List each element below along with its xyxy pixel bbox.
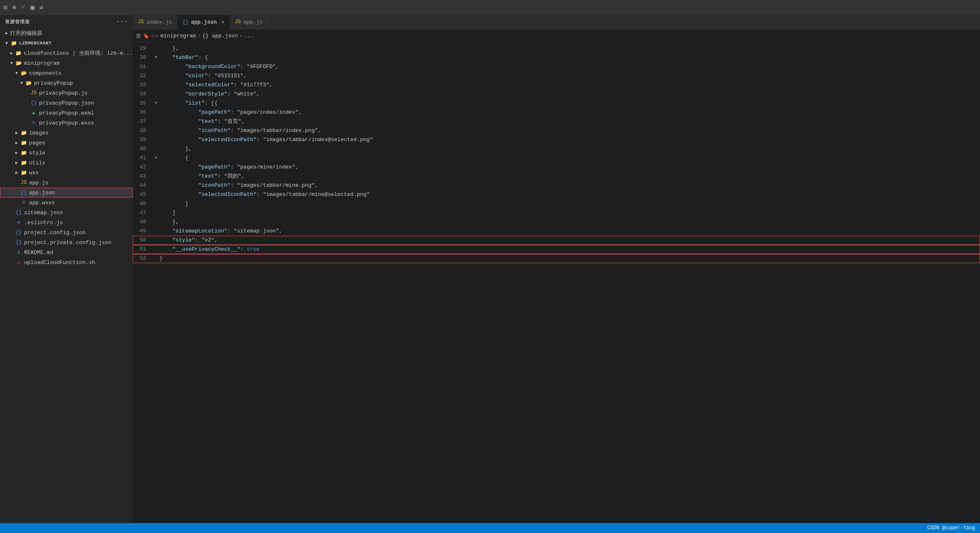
line-content-42: "pagePath": "pages/mine/index", — [159, 163, 980, 172]
label-app.js: app.js — [29, 180, 49, 186]
line-collapse-35[interactable]: ▼ — [153, 99, 159, 108]
line-number-45: 45 — [133, 190, 153, 199]
code-line-36: 36 "pagePath": "pages/index/index", — [133, 108, 980, 117]
arrow-utils: ▶ — [13, 160, 20, 165]
line-number-48: 48 — [133, 218, 153, 227]
line-content-36: "pagePath": "pages/index/index", — [159, 108, 980, 117]
sidebar-item-project.private.config.json[interactable]: {}project.private.config.json — [0, 237, 133, 247]
file-icon-utils: 📁 — [20, 160, 27, 166]
breadcrumb-forward-icon[interactable]: ▷ — [156, 33, 158, 39]
code-line-37: 37 "text": "首页", — [133, 117, 980, 126]
sidebar-item-app.json[interactable]: {}app.json — [0, 188, 133, 198]
line-number-33: 33 — [133, 81, 153, 90]
sidebar-item-.eslintrc.js[interactable]: ●.eslintrc.js — [0, 218, 133, 227]
toolbar-icon-explorer[interactable]: ⊞ — [3, 3, 7, 12]
tab-close-app-json[interactable]: × — [221, 19, 224, 26]
file-icon-wxs: 📁 — [20, 170, 27, 176]
line-number-34: 34 — [133, 90, 153, 99]
label-wxs: wxs — [29, 170, 39, 176]
label-app.wxss: app.wxss — [29, 200, 55, 206]
sidebar-item-wxs[interactable]: ▶📁wxs — [0, 168, 133, 178]
tab-label-app-js: app.js — [243, 19, 263, 25]
sidebar-item-project.config.json[interactable]: {}project.config.json — [0, 227, 133, 237]
sidebar-item-miniprogram[interactable]: ▼📂miniprogram — [0, 58, 133, 68]
code-line-51: 51 "__usePrivacyCheck__": true — [133, 245, 980, 254]
sidebar-more-icon[interactable]: ··· — [116, 18, 128, 25]
line-number-40: 40 — [133, 144, 153, 154]
tab-app-js[interactable]: JS app.js — [230, 15, 271, 29]
breadcrumb-more[interactable]: ... — [244, 33, 254, 39]
breadcrumb-bookmark-icon[interactable]: 🔖 — [143, 33, 149, 39]
sidebar-title: 资源管理器 — [5, 19, 29, 25]
line-number-41: 41 — [133, 154, 153, 163]
label-app.json: app.json — [29, 190, 55, 196]
line-content-33: "selectedColor": "#1c77f3", — [159, 81, 980, 90]
sidebar-item-privacyPopup.wxss[interactable]: ≡privacyPopup.wxss — [0, 118, 133, 128]
toolbar-icon-remote[interactable]: ⇄ — [39, 3, 44, 12]
sidebar-item-privacyPopup.wxml[interactable]: ◈privacyPopup.wxml — [0, 108, 133, 118]
line-content-43: "text": "我的", — [159, 172, 980, 181]
sidebar-item-images[interactable]: ▶📁images — [0, 128, 133, 138]
editor-area: JS index.js {} app.json × JS app.js ☰ 🔖 … — [133, 15, 980, 523]
file-icon-README.md: ℹ — [15, 249, 22, 256]
sidebar-item-style[interactable]: ▶📁style — [0, 148, 133, 158]
status-right-text: CSDN @super-Yang — [927, 525, 975, 531]
sidebar-item-app.js[interactable]: JSapp.js — [0, 178, 133, 188]
sidebar-root-folder[interactable]: ▼ 📁 LZBMERCHANT — [0, 38, 133, 48]
label-project.config.json: project.config.json — [24, 230, 85, 236]
code-editor[interactable]: 29 },30▼ "tabBar": {31 "backgroundColor"… — [133, 42, 980, 523]
tab-label-app-json: app.json — [191, 19, 217, 25]
label-project.private.config.json: project.private.config.json — [24, 240, 112, 246]
tab-app-json[interactable]: {} app.json × — [178, 15, 230, 29]
toolbar-icon-git[interactable]: ⑂ — [21, 4, 25, 11]
sidebar-item-sitemap.json[interactable]: {}sitemap.json — [0, 208, 133, 218]
breadcrumb-collapse-icon[interactable]: ☰ — [136, 33, 141, 39]
code-line-43: 43 "text": "我的", — [133, 172, 980, 181]
sidebar-item-app.wxss[interactable]: ≡app.wxss — [0, 198, 133, 208]
label-privacyPopup.wxml: privacyPopup.wxml — [39, 110, 94, 116]
line-content-39: "selectedIconPath": "images/tabbar/index… — [159, 135, 980, 144]
sidebar-item-privacyPopup.js[interactable]: JSprivacyPopup.js — [0, 88, 133, 98]
code-line-33: 33 "selectedColor": "#1c77f3", — [133, 81, 980, 90]
line-collapse-30[interactable]: ▼ — [153, 53, 159, 62]
sidebar-item-cloudfunctions[interactable]: ▶📁cloudfunctions | 当前环境: lzb-m... — [0, 48, 133, 58]
code-line-34: 34 "borderStyle": "white", — [133, 90, 980, 99]
sidebar-item-components[interactable]: ▼📂components — [0, 68, 133, 78]
tab-index-js[interactable]: JS index.js — [133, 15, 178, 29]
line-content-31: "backgroundColor": "#FDFDFD", — [159, 62, 980, 71]
open-editors-section[interactable]: ▶ 打开的编辑器 — [0, 28, 133, 38]
sidebar-item-uploadCloudFunction.sh[interactable]: ✕uploadCloudFunction.sh — [0, 257, 133, 267]
label-privacyPopup: privacyPopup — [34, 80, 73, 86]
sidebar-item-privacyPopup.json[interactable]: {}privacyPopup.json — [0, 98, 133, 108]
file-icon-cloudfunctions: 📁 — [15, 50, 22, 56]
status-bar: CSDN @super-Yang — [0, 523, 980, 533]
label-README.md: README.md — [24, 249, 53, 256]
code-line-50: 50 "style": "v2", — [133, 236, 980, 245]
file-icon-privacyPopup.wxml: ◈ — [30, 110, 37, 116]
sidebar-item-privacyPopup[interactable]: ▼📂privacyPopup — [0, 78, 133, 88]
toolbar-icon-extensions[interactable]: ▣ — [30, 3, 34, 12]
line-content-40: }, — [159, 144, 980, 154]
breadcrumb-app-json[interactable]: {} app.json — [202, 33, 238, 39]
file-icon-privacyPopup.js: JS — [30, 90, 37, 96]
file-icon-app.wxss: ≡ — [20, 200, 27, 205]
line-number-36: 36 — [133, 108, 153, 117]
label-miniprogram: miniprogram — [24, 60, 60, 66]
code-line-47: 47 ] — [133, 208, 980, 218]
sidebar-item-utils[interactable]: ▶📁utils — [0, 158, 133, 168]
arrow-privacyPopup: ▼ — [18, 81, 25, 86]
line-collapse-41[interactable]: ▼ — [153, 154, 159, 163]
label-.eslintrc.js: .eslintrc.js — [24, 220, 63, 226]
sidebar-item-README.md[interactable]: ℹREADME.md — [0, 247, 133, 257]
breadcrumb-miniprogram[interactable]: miniprogram — [160, 33, 196, 39]
arrow-miniprogram: ▼ — [8, 61, 15, 66]
file-icon-images: 📁 — [20, 130, 27, 136]
line-content-37: "text": "首页", — [159, 117, 980, 126]
code-line-48: 48 }, — [133, 218, 980, 227]
toolbar-icon-search[interactable]: ⊕ — [12, 3, 17, 12]
sidebar-item-pages[interactable]: ▶📁pages — [0, 138, 133, 148]
breadcrumb-bar: ☰ 🔖 ◁ ▷ miniprogram › {} app.json › ... — [133, 30, 980, 42]
breadcrumb-back-icon[interactable]: ◁ — [151, 33, 154, 39]
line-number-31: 31 — [133, 62, 153, 71]
arrow-images: ▶ — [13, 130, 20, 135]
